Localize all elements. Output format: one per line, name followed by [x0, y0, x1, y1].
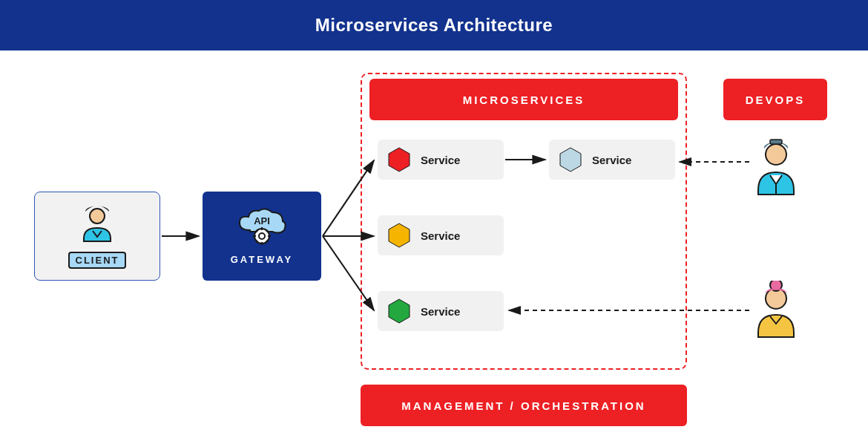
svg-line-11 [266, 241, 268, 242]
service-card-4: Service [378, 291, 504, 331]
service-card-3: Service [378, 215, 504, 255]
svg-text:API: API [254, 215, 270, 226]
svg-line-8 [256, 230, 257, 232]
svg-rect-17 [770, 140, 782, 144]
hexagon-icon [559, 147, 582, 172]
service-label: Service [592, 154, 631, 166]
svg-marker-13 [560, 148, 581, 172]
client-box: CLIENT [34, 192, 160, 281]
client-label: CLIENT [68, 252, 127, 269]
service-card-2: Service [549, 140, 675, 180]
devops-person-top-icon [752, 138, 800, 197]
gateway-box: API GATEWAY [203, 192, 321, 281]
person-icon [76, 204, 118, 249]
svg-marker-14 [389, 223, 410, 247]
microservices-header: MICROSERVICES [369, 79, 678, 120]
devops-person-bottom-icon [752, 281, 800, 340]
svg-point-16 [766, 144, 786, 165]
api-cloud-icon: API [235, 208, 289, 249]
gateway-label: GATEWAY [231, 254, 294, 265]
devops-box: DEVOPS [723, 79, 827, 120]
svg-marker-15 [389, 299, 410, 323]
hexagon-icon [388, 298, 410, 324]
page-title: Microservices Architecture [0, 0, 868, 50]
service-label: Service [421, 154, 460, 166]
svg-point-3 [259, 233, 265, 239]
service-label: Service [421, 305, 460, 318]
diagram-stage: CLIENT API GATEWAY [0, 50, 868, 443]
service-card-1: Service [378, 140, 504, 180]
svg-line-9 [266, 230, 268, 232]
svg-point-0 [90, 209, 105, 223]
svg-line-10 [256, 241, 257, 242]
svg-marker-12 [389, 148, 410, 172]
service-label: Service [421, 229, 460, 242]
management-bar: MANAGEMENT / ORCHESTRATION [361, 385, 687, 426]
hexagon-icon [388, 223, 410, 248]
hexagon-icon [388, 147, 410, 172]
